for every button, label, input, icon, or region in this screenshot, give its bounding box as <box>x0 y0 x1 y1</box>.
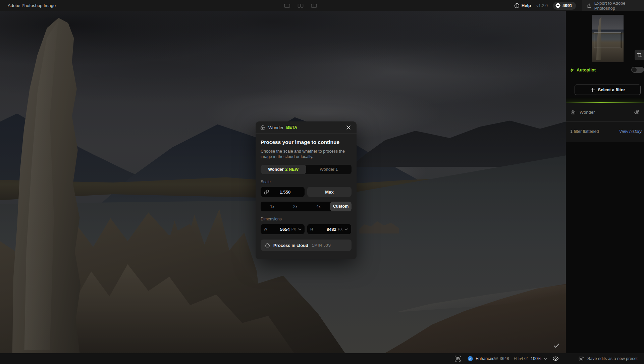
height-unit: PX <box>338 227 343 231</box>
autopilot-label: Autopilot <box>577 67 596 72</box>
scale-presets: 1x 2x 4x Custom <box>261 202 352 211</box>
viewport-indicator[interactable] <box>594 33 621 48</box>
max-label: Max <box>325 190 333 195</box>
dimensions-label: Dimensions <box>261 217 352 221</box>
crop-tool-button[interactable] <box>635 50 644 60</box>
save-preset-button[interactable]: Save edits as a new preset <box>579 356 638 362</box>
tab-wonder-2[interactable]: Wonder 2 NEW <box>261 165 306 174</box>
width-prefix: W <box>264 227 267 231</box>
zoom-level-value: 100% <box>531 356 541 361</box>
topbar-right-group: Help v1.2.0 4991 Export to Adobe Photosh… <box>514 0 644 11</box>
height-prefix: H <box>310 227 313 231</box>
view-mode-group <box>283 0 318 11</box>
toggle-knob <box>632 67 637 72</box>
history-row: 1 filter flattened View history <box>566 122 644 141</box>
enhanced-label: Enhanced <box>476 356 494 361</box>
close-icon <box>346 125 351 130</box>
status-bar: Enhanced W 3648 H 5472 100% Save edits a… <box>0 353 644 364</box>
split-view-button[interactable] <box>310 2 318 9</box>
dialog-body: Process your image to continue Choose th… <box>256 134 357 251</box>
preset-1x[interactable]: 1x <box>261 204 284 209</box>
tab-wonder-2-badge: 2 NEW <box>285 167 299 172</box>
tab-wonder-2-label: Wonder <box>268 167 283 172</box>
scale-row: 1.550 Max <box>261 187 352 197</box>
check-icon <box>553 343 559 348</box>
credits-badge[interactable]: 4991 <box>553 2 576 10</box>
preset-custom[interactable]: Custom <box>330 202 352 211</box>
save-preset-label: Save edits as a new preset <box>587 356 638 361</box>
zoom-level-dropdown[interactable]: 100% <box>531 356 547 361</box>
chevron-down-icon <box>544 358 547 360</box>
compare-snapshot-button[interactable] <box>455 356 461 362</box>
export-label: Export to Adobe Photoshop <box>594 1 639 11</box>
wonder-icon <box>570 109 576 115</box>
process-label: Process in cloud <box>273 243 308 248</box>
scale-value: 1.550 <box>269 190 301 195</box>
help-label: Help <box>522 3 531 8</box>
eye-off-icon <box>634 110 640 115</box>
wonder-icon <box>260 125 266 131</box>
autopilot-toggle[interactable] <box>631 67 644 73</box>
preview-original-button[interactable] <box>552 356 559 361</box>
navigator-thumbnail[interactable] <box>592 15 624 62</box>
filter-row-wonder[interactable]: Wonder <box>566 103 644 122</box>
split-view-icon <box>311 3 317 8</box>
select-filter-label: Select a filter <box>598 87 625 92</box>
top-bar: Adobe Photoshop Image Help v1.2.0 4991 <box>0 0 644 11</box>
eye-icon <box>552 356 559 361</box>
single-view-icon <box>284 3 290 8</box>
image-height-readout: H 5472 <box>514 356 528 361</box>
help-button[interactable]: Help <box>514 3 531 8</box>
info-icon <box>514 3 520 8</box>
select-filter-button[interactable]: Select a filter <box>575 85 641 95</box>
enhanced-status: Enhanced <box>468 356 494 361</box>
width-unit: PX <box>291 227 296 231</box>
check-circle-icon <box>468 356 473 361</box>
hide-filter-button[interactable] <box>634 110 640 115</box>
tab-wonder-1-label: Wonder 1 <box>320 167 338 172</box>
preset-4x[interactable]: 4x <box>307 204 330 209</box>
image-dimensions-readout: W 3648 H 5472 <box>494 356 528 361</box>
applied-filters-panel: Wonder 1 filter flattened View history <box>566 103 644 142</box>
camera-frame-icon <box>455 356 461 362</box>
credits-count: 4991 <box>562 3 572 8</box>
dialog-app-name: Wonder <box>268 125 283 130</box>
history-status: 1 filter flattened <box>570 129 599 134</box>
dialog-description: Choose the scale and whether to process … <box>261 149 352 159</box>
process-in-cloud-button[interactable]: Process in cloud 1MIN 53S <box>261 240 352 251</box>
process-time-estimate: 1MIN 53S <box>312 243 331 247</box>
preset-2x[interactable]: 2x <box>284 204 307 209</box>
view-history-link[interactable]: View history <box>619 129 642 134</box>
version-label: v1.2.0 <box>536 3 548 8</box>
width-dropdown[interactable]: W 5654 PX <box>261 224 305 234</box>
process-image-dialog: Wonder BETA Process your image to contin… <box>256 121 357 259</box>
commit-button[interactable] <box>552 341 561 350</box>
filter-name: Wonder <box>580 110 595 115</box>
height-value: 5472 <box>519 356 528 361</box>
height-value: 8482 <box>315 227 336 232</box>
width-value: 5654 <box>269 227 289 232</box>
max-scale-button[interactable]: Max <box>307 187 352 197</box>
credits-star-icon <box>555 3 560 8</box>
height-dropdown[interactable]: H 8482 PX <box>307 224 351 234</box>
image-width-readout: W 3648 <box>494 356 509 361</box>
scale-input[interactable]: 1.550 <box>261 187 305 197</box>
lightning-bolt-icon <box>570 67 574 72</box>
close-button[interactable] <box>345 124 352 131</box>
side-by-side-view-button[interactable] <box>297 2 305 9</box>
scale-label: Scale <box>261 179 352 184</box>
crop-icon <box>637 52 642 57</box>
export-icon <box>587 3 591 8</box>
chevron-down-icon <box>344 228 348 230</box>
resize-icon <box>264 190 269 195</box>
dimensions-row: W 5654 PX H 8482 PX <box>261 224 352 234</box>
export-button[interactable]: Export to Adobe Photoshop <box>582 0 644 11</box>
single-view-button[interactable] <box>283 2 291 9</box>
autopilot-row: Autopilot <box>566 65 644 75</box>
dialog-header: Wonder BETA <box>256 121 357 134</box>
cloud-icon <box>265 243 270 248</box>
tab-wonder-1[interactable]: Wonder 1 <box>306 165 352 174</box>
width-value: 3648 <box>500 356 509 361</box>
height-label: H <box>514 356 517 361</box>
preset-sparkle-icon <box>579 356 584 362</box>
